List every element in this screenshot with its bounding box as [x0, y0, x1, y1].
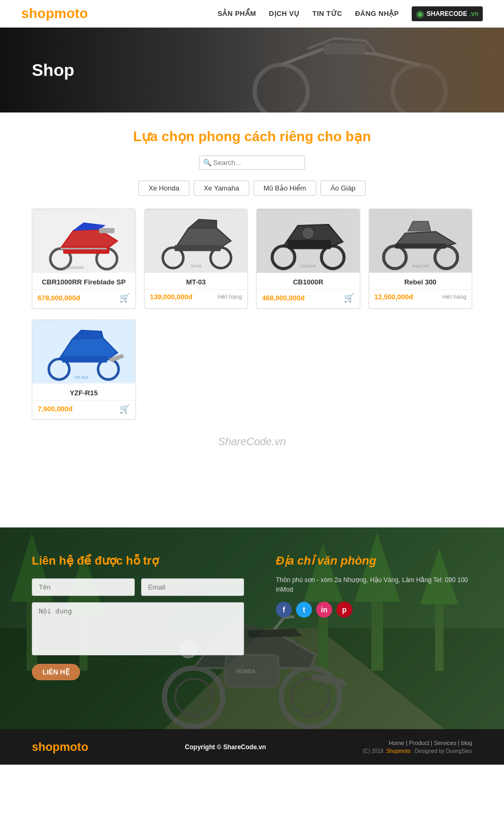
sharecode-text: SHARECODE [427, 10, 467, 18]
footer-link-product[interactable]: Product [409, 740, 429, 746]
product-footer-yzf: 7,900,000đ 🛒 [32, 400, 135, 419]
add-to-cart-yzf[interactable]: 🛒 [119, 404, 130, 414]
footer-links-block: Home | Product | Services | blog (C) 201… [363, 740, 472, 754]
svg-text:MT-03: MT-03 [191, 264, 201, 268]
sharecode-vn: .vn [470, 10, 479, 18]
main-content: Lựa chọn phong cách riêng cho bạn 🔍 Xe H… [0, 112, 504, 474]
footer-link-home[interactable]: Home [389, 740, 404, 746]
search-icon: 🔍 [203, 159, 212, 167]
product-name-cb1000r: CB1000R [257, 273, 360, 289]
product-price-yzf: 7,900,000đ [38, 405, 73, 413]
social-twitter[interactable]: t [296, 602, 312, 618]
product-grid-row1: CBR1000RR CBR1000RR Fireblade SP 678,000… [32, 209, 472, 309]
footer-contact-section: HONDA Liên hệ để được hỗ trợ LIÊN HỆ Địa… [0, 527, 504, 729]
contact-title: Liên hệ để được hỗ trợ [32, 554, 244, 568]
product-name-mt03: MT-03 [145, 273, 248, 289]
login-button[interactable]: ĐĂNG NHẬP [355, 10, 399, 18]
svg-text:YZF-R15: YZF-R15 [74, 376, 89, 379]
product-price-cb1000r: 468,000,000đ [262, 294, 305, 302]
bottom-footer: shopmoto Copyright © ShareCode.vn Home |… [0, 729, 504, 765]
product-image-cbr: CBR1000RR [32, 209, 135, 273]
footer-contact-content: Liên hệ để được hỗ trợ LIÊN HỆ Địa chỉ v… [32, 554, 472, 680]
product-footer-cb1000r: 468,000,000đ 🛒 [257, 289, 360, 308]
contact-message-input[interactable] [32, 602, 244, 655]
social-icons: f t in p [276, 602, 472, 618]
contact-submit-button[interactable]: LIÊN HỆ [32, 664, 80, 680]
contact-office: Địa chỉ văn phòng Thôn phú sơn - xóm 2a … [276, 554, 472, 680]
footer-link-blog[interactable]: blog [461, 740, 472, 746]
logo-text: shop [21, 5, 54, 21]
svg-rect-28 [62, 356, 107, 363]
product-price-mt03: 139,000,000đ [150, 293, 193, 301]
svg-rect-23 [395, 244, 446, 249]
filter-xe-honda[interactable]: Xe Honda [138, 180, 189, 196]
hero-banner: Shop [0, 28, 504, 112]
product-price-cbr: 678,000,000đ [38, 294, 80, 302]
product-card-cbr: CBR1000RR CBR1000RR Fireblade SP 678,000… [32, 209, 136, 309]
contact-email-input[interactable] [141, 578, 244, 596]
svg-point-44 [175, 679, 212, 716]
product-image-mt03: MT-03 [145, 209, 248, 273]
nav-products[interactable]: SẢN PHẨM [218, 10, 256, 18]
contact-name-email-row [32, 578, 244, 596]
product-price-rebel: 12,500,000đ [375, 293, 413, 301]
header: shopmoto SẢN PHẨM DỊCH VỤ TIN TỨC ĐĂNG N… [0, 0, 504, 28]
footer-logo: shopmoto [32, 740, 88, 754]
filter-xe-yamaha[interactable]: Xe Yamaha [194, 180, 249, 196]
product-name-cbr: CBR1000RR Fireblade SP [32, 273, 135, 289]
svg-rect-6 [63, 246, 109, 254]
contact-name-input[interactable] [32, 578, 135, 596]
office-title: Địa chỉ văn phòng [276, 554, 472, 568]
add-to-cart-cb1000r[interactable]: 🛒 [344, 293, 354, 303]
out-of-stock-mt03: Hết hàng [218, 293, 242, 300]
site-logo[interactable]: shopmoto [21, 5, 88, 22]
search-wrapper: 🔍 [199, 155, 305, 170]
out-of-stock-rebel: Hết hàng [442, 293, 466, 300]
product-footer-mt03: 139,000,000đ Hết hàng [145, 289, 248, 306]
filter-ao-giap[interactable]: Áo Giáp [320, 180, 366, 196]
product-name-rebel: Rebel 300 [369, 273, 472, 289]
search-bar: 🔍 [32, 155, 472, 170]
product-card-rebel: Rebel 300 Rebel 300 12,500,000đ Hết hàng [369, 209, 473, 309]
svg-point-0 [255, 65, 308, 112]
footer-logo-text: shop [32, 740, 60, 753]
product-image-yzf: YZF-R15 [32, 320, 135, 384]
product-image-rebel: Rebel 300 [369, 209, 472, 273]
search-input[interactable] [199, 155, 305, 170]
footer-designer: . Designed by DuongSieu [412, 748, 472, 754]
nav-services[interactable]: DỊCH VỤ [269, 10, 300, 18]
watermark: ShareCode.vn [32, 436, 472, 448]
svg-point-45 [292, 679, 329, 716]
section-title: Lựa chọn phong cách riêng cho bạn [32, 128, 472, 145]
social-pinterest[interactable]: p [336, 602, 352, 618]
logo-highlight: moto [54, 5, 88, 21]
social-facebook[interactable]: f [276, 602, 292, 618]
svg-rect-17 [288, 240, 331, 249]
main-nav: SẢN PHẨM DỊCH VỤ TIN TỨC ĐĂNG NHẬP ◉ SHA… [218, 6, 483, 21]
add-to-cart-cbr[interactable]: 🛒 [119, 293, 130, 303]
nav-news[interactable]: TIN TỨC [312, 10, 342, 18]
svg-text:CB1000R: CB1000R [300, 264, 316, 268]
contact-form: Liên hệ để được hỗ trợ LIÊN HỆ [32, 554, 244, 680]
svg-text:CBR1000RR: CBR1000RR [63, 266, 84, 270]
product-card-mt03: MT-03 MT-03 139,000,000đ Hết hàng [144, 209, 248, 309]
product-grid-row2: YZF-R15 YZF-R15 7,900,000đ 🛒 [32, 319, 472, 420]
sharecode-logo: ◉ SHARECODE .vn [412, 6, 483, 21]
hero-title: Shop [32, 60, 74, 80]
filter-mu-bao-hiem[interactable]: Mũ Bảo Hiểm [254, 180, 316, 196]
login-label: ĐĂNG NHẬP [355, 10, 399, 18]
footer-link-services[interactable]: Services [434, 740, 456, 746]
svg-point-1 [393, 65, 446, 112]
social-instagram[interactable]: in [316, 602, 332, 618]
svg-point-18 [302, 227, 314, 239]
spacer [0, 474, 504, 527]
footer-sub: (C) 2019. Shopmoto . Designed by DuongSi… [363, 748, 472, 754]
office-address: Thôn phú sơn - xóm 2a Nhượng, Hậu Vàng, … [276, 575, 472, 594]
filter-tabs: Xe Honda Xe Yamaha Mũ Bảo Hiểm Áo Giáp [32, 180, 472, 196]
svg-rect-7 [99, 228, 115, 233]
product-card-cb1000r: CB1000R CB1000R 468,000,000đ 🛒 [256, 209, 360, 309]
footer-copyright: Copyright © ShareCode.vn [185, 743, 266, 751]
footer-brand-link[interactable]: Shopmoto [386, 748, 411, 754]
sharecode-icon: ◉ [416, 8, 424, 20]
product-footer-cbr: 678,000,000đ 🛒 [32, 289, 135, 308]
